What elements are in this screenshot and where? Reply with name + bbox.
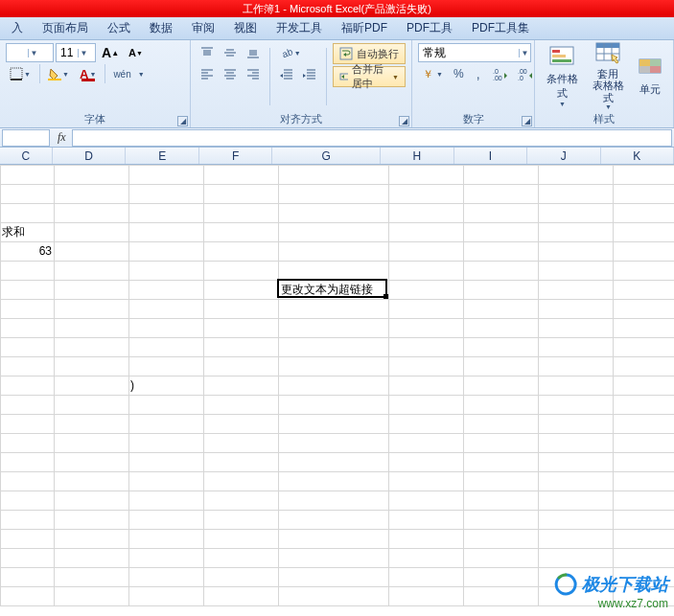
column-header-H[interactable]: H — [381, 148, 453, 164]
cell-styles-icon — [637, 54, 663, 80]
cell-G7[interactable]: 更改文本为超链接 — [281, 282, 373, 298]
cell-styles-button[interactable]: 单元 — [633, 43, 667, 106]
svg-rect-62 — [639, 66, 650, 73]
selected-cell[interactable]: 更改文本为超链接 — [277, 279, 387, 298]
align-right-icon[interactable] — [243, 64, 264, 83]
group-font: ▼ 11▼ A▲ A▼ ▼ ▼ A ▼ wén ▼ — [0, 40, 191, 127]
svg-text:.0: .0 — [493, 68, 499, 75]
svg-rect-51 — [552, 50, 560, 53]
font-launcher-icon[interactable]: ◢ — [177, 116, 188, 126]
tab-review[interactable]: 审阅 — [182, 20, 224, 36]
font-size-combo[interactable]: 11▼ — [56, 43, 96, 62]
number-launcher-icon[interactable]: ◢ — [522, 116, 532, 126]
increase-indent-icon[interactable] — [299, 64, 320, 83]
swirl-icon — [553, 572, 578, 597]
comma-icon[interactable]: , — [470, 64, 487, 83]
svg-text:.0: .0 — [518, 75, 523, 80]
svg-rect-63 — [650, 66, 661, 73]
svg-text:ab: ab — [280, 46, 292, 59]
border-button[interactable]: ▼ — [6, 64, 35, 83]
conditional-formatting-button[interactable]: 条件格式▼ — [541, 43, 583, 106]
svg-rect-60 — [639, 59, 650, 66]
cell-C4[interactable]: 求和 — [0, 222, 54, 241]
merge-center-button[interactable]: 合并后居中▼ — [333, 66, 406, 87]
formula-bar-row: fx — [0, 128, 674, 148]
column-header-G[interactable]: G — [272, 148, 381, 164]
group-alignment-label: 对齐方式 — [280, 113, 322, 125]
increase-font-icon[interactable]: A▲ — [98, 43, 123, 62]
phonetic-dropdown-icon[interactable]: ▼ — [138, 71, 146, 78]
group-number-label: 数字 — [463, 113, 484, 125]
name-box[interactable] — [2, 129, 50, 147]
cell-C5[interactable]: 63 — [0, 241, 54, 261]
format-as-table-icon — [594, 39, 621, 66]
grid-body[interactable]: 求和63)更改文本为超链接 — [0, 165, 674, 605]
svg-text:.00: .00 — [493, 75, 502, 80]
group-styles-label: 样式 — [593, 113, 615, 125]
column-header-D[interactable]: D — [53, 148, 126, 164]
conditional-formatting-icon — [548, 43, 575, 70]
align-middle-icon[interactable] — [220, 43, 241, 62]
decrease-indent-icon[interactable] — [276, 64, 297, 83]
decrease-decimal-icon[interactable]: .00.0 — [514, 64, 537, 83]
svg-marker-41 — [341, 75, 344, 79]
column-header-C[interactable]: C — [0, 148, 53, 164]
ribbon: ▼ 11▼ A▲ A▼ ▼ ▼ A ▼ wén ▼ — [0, 40, 674, 128]
column-header-J[interactable]: J — [527, 148, 600, 164]
svg-marker-30 — [280, 74, 283, 78]
group-alignment: ab▼ 自动换行 合并后居中▼ 对齐方式◢ — [191, 40, 412, 127]
column-header-F[interactable]: F — [199, 148, 272, 164]
tab-developer[interactable]: 开发工具 — [267, 20, 332, 36]
formula-bar[interactable] — [72, 129, 672, 147]
column-headers: CDEFGHIJK — [0, 148, 674, 165]
font-color-button[interactable]: A ▼ — [76, 64, 101, 83]
title-bar: 工作簿1 - Microsoft Excel(产品激活失败) — [0, 0, 674, 17]
phonetic-button[interactable]: wén — [109, 64, 134, 83]
svg-rect-2 — [48, 79, 61, 80]
align-top-icon[interactable] — [197, 43, 218, 62]
column-header-K[interactable]: K — [601, 148, 674, 164]
fill-color-button[interactable]: ▼ — [44, 64, 74, 83]
tab-view[interactable]: 视图 — [224, 20, 267, 36]
tab-insert[interactable]: 入 — [2, 20, 33, 36]
svg-marker-35 — [303, 74, 306, 78]
wrap-text-icon — [339, 47, 353, 60]
alignment-launcher-icon[interactable]: ◢ — [399, 116, 409, 126]
decrease-font-icon[interactable]: A▼ — [125, 43, 147, 62]
svg-marker-39 — [343, 53, 346, 57]
svg-text:.00: .00 — [518, 68, 527, 75]
svg-rect-52 — [552, 55, 566, 57]
column-header-I[interactable]: I — [454, 148, 527, 164]
fx-icon[interactable]: fx — [52, 130, 72, 145]
align-left-icon[interactable] — [197, 64, 218, 83]
orientation-icon[interactable]: ab▼ — [276, 43, 306, 62]
cell-E12[interactable]: ) — [128, 376, 203, 395]
svg-rect-61 — [650, 59, 661, 66]
svg-rect-55 — [596, 43, 619, 48]
font-name-combo[interactable]: ▼ — [6, 43, 54, 62]
tab-pdf-tools[interactable]: PDF工具 — [397, 20, 462, 36]
align-center-icon[interactable] — [220, 64, 241, 83]
svg-marker-49 — [529, 73, 532, 79]
accounting-format-icon[interactable]: ￥▼ — [418, 64, 448, 83]
percent-icon[interactable]: % — [450, 64, 468, 83]
group-styles: 条件格式▼ 套用 表格格式▼ 单元 样式 — [535, 40, 674, 127]
svg-marker-46 — [504, 73, 507, 79]
merge-center-icon — [339, 70, 348, 83]
ribbon-tabs: 入 页面布局 公式 数据 审阅 视图 开发工具 福昕PDF PDF工具 PDF工… — [0, 17, 674, 40]
wrap-text-button[interactable]: 自动换行 — [333, 43, 406, 64]
tab-formulas[interactable]: 公式 — [98, 20, 140, 36]
worksheet: CDEFGHIJK 求和63)更改文本为超链接 — [0, 148, 674, 605]
format-as-table-button[interactable]: 套用 表格格式▼ — [587, 43, 629, 106]
number-format-combo[interactable]: 常规▼ — [418, 43, 531, 62]
tab-data[interactable]: 数据 — [140, 20, 182, 36]
increase-decimal-icon[interactable]: .0.00 — [489, 64, 512, 83]
group-font-label: 字体 — [84, 113, 105, 125]
tab-foxit-pdf[interactable]: 福昕PDF — [332, 20, 397, 36]
svg-rect-3 — [81, 79, 95, 81]
align-bottom-icon[interactable] — [243, 43, 264, 62]
tab-pdf-toolset[interactable]: PDF工具集 — [462, 20, 539, 36]
tab-page-layout[interactable]: 页面布局 — [33, 20, 98, 36]
svg-rect-0 — [11, 68, 22, 80]
column-header-E[interactable]: E — [126, 148, 198, 164]
